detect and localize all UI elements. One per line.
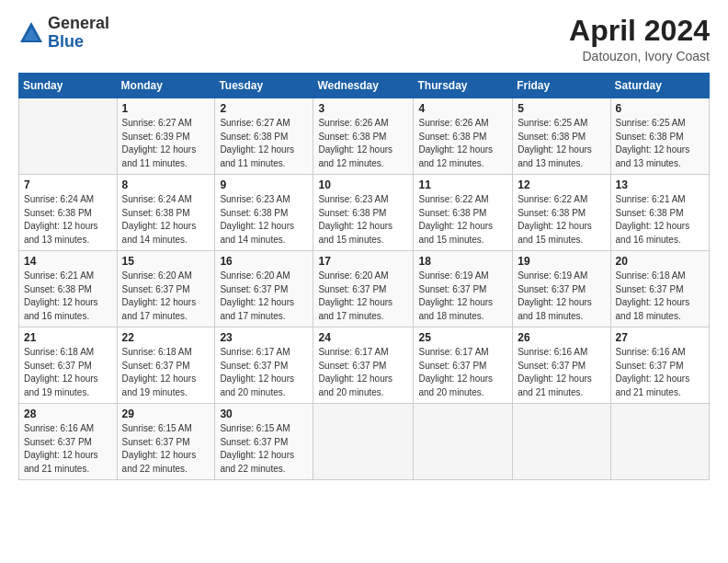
calendar-week-2: 7Sunrise: 6:24 AM Sunset: 6:38 PM Daylig… [19, 175, 710, 251]
day-number: 19 [518, 255, 605, 268]
day-info: Sunrise: 6:17 AM Sunset: 6:37 PM Dayligh… [318, 346, 408, 399]
calendar-cell: 3Sunrise: 6:26 AM Sunset: 6:38 PM Daylig… [313, 98, 414, 175]
location: Datouzon, Ivory Coast [569, 49, 710, 63]
day-number: 12 [518, 178, 605, 191]
col-header-wednesday: Wednesday [313, 74, 414, 98]
day-info: Sunrise: 6:20 AM Sunset: 6:37 PM Dayligh… [122, 270, 210, 323]
day-number: 10 [318, 178, 408, 191]
day-number: 23 [220, 331, 308, 344]
calendar-cell: 14Sunrise: 6:21 AM Sunset: 6:38 PM Dayli… [19, 251, 118, 327]
day-info: Sunrise: 6:15 AM Sunset: 6:37 PM Dayligh… [122, 422, 210, 476]
title-area: April 2024 Datouzon, Ivory Coast [569, 15, 710, 63]
calendar-cell: 10Sunrise: 6:23 AM Sunset: 6:38 PM Dayli… [313, 175, 414, 251]
day-number: 4 [418, 102, 507, 115]
day-number: 9 [220, 178, 308, 191]
day-info: Sunrise: 6:26 AM Sunset: 6:38 PM Dayligh… [418, 117, 507, 170]
day-info: Sunrise: 6:18 AM Sunset: 6:37 PM Dayligh… [616, 270, 704, 323]
logo-general: General [48, 15, 109, 33]
calendar-header-row: SundayMondayTuesdayWednesdayThursdayFrid… [19, 74, 710, 98]
calendar-cell: 7Sunrise: 6:24 AM Sunset: 6:38 PM Daylig… [19, 175, 118, 251]
day-number: 24 [318, 331, 408, 344]
calendar-cell: 2Sunrise: 6:27 AM Sunset: 6:38 PM Daylig… [215, 98, 313, 175]
day-number: 22 [122, 331, 210, 344]
calendar-cell: 30Sunrise: 6:15 AM Sunset: 6:37 PM Dayli… [215, 404, 313, 480]
day-number: 20 [616, 255, 704, 268]
day-info: Sunrise: 6:25 AM Sunset: 6:38 PM Dayligh… [518, 117, 605, 170]
day-number: 15 [122, 255, 210, 268]
calendar-cell: 25Sunrise: 6:17 AM Sunset: 6:37 PM Dayli… [414, 327, 513, 404]
calendar-cell: 13Sunrise: 6:21 AM Sunset: 6:38 PM Dayli… [610, 175, 709, 251]
day-number: 6 [616, 102, 704, 115]
calendar-cell [414, 404, 513, 480]
col-header-sunday: Sunday [19, 74, 118, 98]
calendar-cell: 27Sunrise: 6:16 AM Sunset: 6:37 PM Dayli… [610, 327, 709, 404]
day-info: Sunrise: 6:19 AM Sunset: 6:37 PM Dayligh… [418, 270, 507, 323]
calendar-cell: 5Sunrise: 6:25 AM Sunset: 6:38 PM Daylig… [513, 98, 610, 175]
calendar-cell [313, 404, 414, 480]
day-number: 30 [220, 408, 308, 420]
day-number: 18 [418, 255, 507, 268]
day-info: Sunrise: 6:20 AM Sunset: 6:37 PM Dayligh… [220, 270, 308, 323]
day-info: Sunrise: 6:19 AM Sunset: 6:37 PM Dayligh… [518, 270, 605, 323]
day-number: 7 [24, 178, 112, 191]
day-number: 26 [518, 331, 605, 344]
calendar-cell: 28Sunrise: 6:16 AM Sunset: 6:37 PM Dayli… [19, 404, 118, 480]
day-info: Sunrise: 6:20 AM Sunset: 6:37 PM Dayligh… [318, 270, 408, 323]
calendar-cell: 26Sunrise: 6:16 AM Sunset: 6:37 PM Dayli… [513, 327, 610, 404]
calendar-cell: 11Sunrise: 6:22 AM Sunset: 6:38 PM Dayli… [414, 175, 513, 251]
logo-blue: Blue [48, 33, 109, 52]
calendar-cell [610, 404, 709, 480]
calendar-cell: 16Sunrise: 6:20 AM Sunset: 6:37 PM Dayli… [215, 251, 313, 327]
calendar-cell [19, 98, 118, 175]
calendar-cell: 8Sunrise: 6:24 AM Sunset: 6:38 PM Daylig… [117, 175, 215, 251]
month-title: April 2024 [569, 15, 710, 47]
day-info: Sunrise: 6:27 AM Sunset: 6:39 PM Dayligh… [122, 117, 210, 170]
col-header-monday: Monday [117, 74, 215, 98]
day-number: 5 [518, 102, 605, 115]
calendar-cell: 29Sunrise: 6:15 AM Sunset: 6:37 PM Dayli… [117, 404, 215, 480]
day-info: Sunrise: 6:16 AM Sunset: 6:37 PM Dayligh… [616, 346, 704, 399]
calendar-week-4: 21Sunrise: 6:18 AM Sunset: 6:37 PM Dayli… [19, 327, 710, 404]
day-info: Sunrise: 6:15 AM Sunset: 6:37 PM Dayligh… [220, 422, 308, 476]
calendar-cell: 18Sunrise: 6:19 AM Sunset: 6:37 PM Dayli… [414, 251, 513, 327]
day-number: 3 [318, 102, 408, 115]
day-number: 16 [220, 255, 308, 268]
day-info: Sunrise: 6:18 AM Sunset: 6:37 PM Dayligh… [122, 346, 210, 399]
day-number: 21 [24, 331, 112, 344]
calendar-cell: 12Sunrise: 6:22 AM Sunset: 6:38 PM Dayli… [513, 175, 610, 251]
calendar-cell: 4Sunrise: 6:26 AM Sunset: 6:38 PM Daylig… [414, 98, 513, 175]
calendar-cell: 22Sunrise: 6:18 AM Sunset: 6:37 PM Dayli… [117, 327, 215, 404]
day-info: Sunrise: 6:24 AM Sunset: 6:38 PM Dayligh… [122, 193, 210, 247]
day-number: 11 [418, 178, 507, 191]
day-info: Sunrise: 6:26 AM Sunset: 6:38 PM Dayligh… [318, 117, 408, 170]
day-number: 8 [122, 178, 210, 191]
day-info: Sunrise: 6:18 AM Sunset: 6:37 PM Dayligh… [24, 346, 112, 399]
day-number: 28 [24, 408, 112, 420]
day-number: 1 [122, 102, 210, 115]
day-info: Sunrise: 6:21 AM Sunset: 6:38 PM Dayligh… [616, 193, 704, 247]
day-number: 14 [24, 255, 112, 268]
day-info: Sunrise: 6:23 AM Sunset: 6:38 PM Dayligh… [220, 193, 308, 247]
day-number: 2 [220, 102, 308, 115]
calendar-cell: 9Sunrise: 6:23 AM Sunset: 6:38 PM Daylig… [215, 175, 313, 251]
day-info: Sunrise: 6:22 AM Sunset: 6:38 PM Dayligh… [518, 193, 605, 247]
day-info: Sunrise: 6:25 AM Sunset: 6:38 PM Dayligh… [616, 117, 704, 170]
col-header-thursday: Thursday [414, 74, 513, 98]
calendar-table: SundayMondayTuesdayWednesdayThursdayFrid… [18, 73, 710, 480]
day-info: Sunrise: 6:17 AM Sunset: 6:37 PM Dayligh… [418, 346, 507, 399]
day-number: 17 [318, 255, 408, 268]
col-header-saturday: Saturday [610, 74, 709, 98]
day-info: Sunrise: 6:21 AM Sunset: 6:38 PM Dayligh… [24, 270, 112, 323]
calendar-cell: 1Sunrise: 6:27 AM Sunset: 6:39 PM Daylig… [117, 98, 215, 175]
day-info: Sunrise: 6:23 AM Sunset: 6:38 PM Dayligh… [318, 193, 408, 247]
day-info: Sunrise: 6:22 AM Sunset: 6:38 PM Dayligh… [418, 193, 507, 247]
calendar-cell: 21Sunrise: 6:18 AM Sunset: 6:37 PM Dayli… [19, 327, 118, 404]
day-number: 29 [122, 408, 210, 420]
page: General Blue April 2024 Datouzon, Ivory … [0, 0, 728, 563]
calendar-week-1: 1Sunrise: 6:27 AM Sunset: 6:39 PM Daylig… [19, 98, 710, 175]
calendar-week-3: 14Sunrise: 6:21 AM Sunset: 6:38 PM Dayli… [19, 251, 710, 327]
day-info: Sunrise: 6:16 AM Sunset: 6:37 PM Dayligh… [518, 346, 605, 399]
calendar-cell: 6Sunrise: 6:25 AM Sunset: 6:38 PM Daylig… [610, 98, 709, 175]
calendar-cell [513, 404, 610, 480]
logo-text: General Blue [48, 15, 109, 52]
